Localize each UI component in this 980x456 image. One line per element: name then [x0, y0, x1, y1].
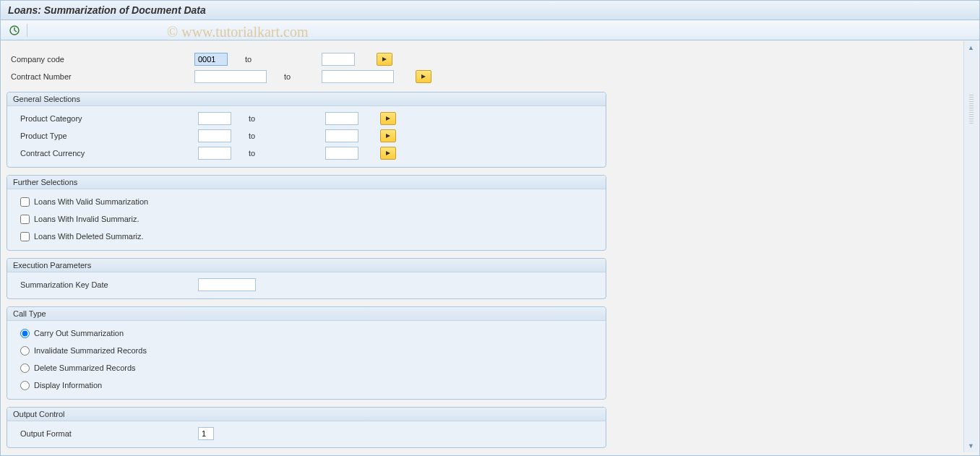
label-to: to [231, 132, 325, 140]
group-further-selections: Further Selections Loans With Valid Summ… [7, 175, 606, 251]
multiple-selection-button[interactable] [380, 129, 396, 142]
label-delete: Delete Summarized Records [34, 363, 136, 372]
label-to: to [231, 149, 325, 158]
svg-line-2 [14, 30, 17, 32]
label-loans-valid: Loans With Valid Summarization [34, 197, 148, 206]
input-product-type-from[interactable] [198, 129, 231, 142]
label-display-info: Display Information [34, 381, 102, 390]
input-contract-number-to[interactable] [322, 70, 394, 83]
group-output-control: Output Control Output Format [7, 407, 606, 448]
execute-icon[interactable] [8, 24, 21, 37]
label-summ-key-date: Summarization Key Date [10, 280, 198, 289]
label-contract-currency: Contract Currency [10, 149, 198, 158]
scroll-grip[interactable] [969, 95, 973, 124]
label-product-type: Product Type [10, 132, 198, 140]
scroll-up-icon[interactable]: ▲ [968, 44, 974, 51]
page-title: Loans: Summarization of Document Data [1, 1, 979, 20]
toolbar-separator [27, 24, 27, 37]
group-title-output: Output Control [7, 408, 606, 421]
label-contract-number: Contract Number [7, 72, 194, 81]
group-general-selections: General Selections Product Category to P… [7, 92, 606, 168]
input-output-format[interactable] [198, 427, 214, 440]
radio-invalidate[interactable] [20, 346, 30, 356]
input-summ-key-date[interactable] [198, 278, 256, 291]
group-execution-parameters: Execution Parameters Summarization Key D… [7, 258, 606, 299]
radio-carry-out[interactable] [20, 329, 30, 338]
app-frame: Loans: Summarization of Document Data © … [0, 0, 980, 456]
multiple-selection-button[interactable] [377, 53, 392, 66]
group-title-calltype: Call Type [7, 307, 606, 321]
multiple-selection-button[interactable] [416, 70, 431, 83]
input-contract-currency-to[interactable] [325, 147, 358, 160]
label-product-category: Product Category [10, 114, 198, 123]
group-title-exec: Execution Parameters [7, 259, 606, 272]
checkbox-loans-invalid[interactable] [20, 215, 30, 224]
checkbox-loans-valid[interactable] [20, 197, 30, 207]
input-company-code-to[interactable] [322, 53, 355, 66]
label-company-code: Company code [7, 55, 194, 64]
input-product-category-from[interactable] [198, 112, 231, 125]
label-output-format: Output Format [10, 429, 198, 438]
row-contract-number: Contract Number to [7, 69, 956, 85]
label-loans-deleted: Loans With Deleted Summariz. [34, 232, 144, 241]
label-to: to [231, 114, 325, 123]
vertical-scrollbar[interactable]: ▲ ▼ [963, 41, 978, 452]
multiple-selection-button[interactable] [380, 147, 396, 160]
app-toolbar [1, 20, 979, 40]
input-product-category-to[interactable] [325, 112, 358, 125]
label-loans-invalid: Loans With Invalid Summariz. [34, 215, 139, 223]
multiple-selection-button[interactable] [380, 112, 396, 125]
scroll-down-icon[interactable]: ▼ [968, 442, 974, 449]
radio-display-info[interactable] [20, 381, 30, 390]
group-title-general: General Selections [7, 93, 606, 106]
checkbox-loans-deleted[interactable] [20, 232, 30, 241]
label-carry-out: Carry Out Summarization [34, 329, 124, 337]
input-contract-currency-from[interactable] [198, 147, 231, 160]
row-company-code: Company code to [7, 51, 956, 67]
radio-delete[interactable] [20, 363, 30, 373]
label-invalidate: Invalidate Summarized Records [34, 346, 147, 355]
input-contract-number-from[interactable] [194, 70, 267, 83]
input-company-code-from[interactable] [194, 53, 228, 66]
content-area: Company code to Contract Number to Gener… [1, 41, 962, 452]
group-title-further: Further Selections [7, 176, 606, 189]
input-product-type-to[interactable] [325, 129, 358, 142]
group-call-type: Call Type Carry Out Summarization Invali… [7, 306, 606, 400]
label-to: to [267, 72, 322, 81]
label-to: to [228, 55, 322, 64]
